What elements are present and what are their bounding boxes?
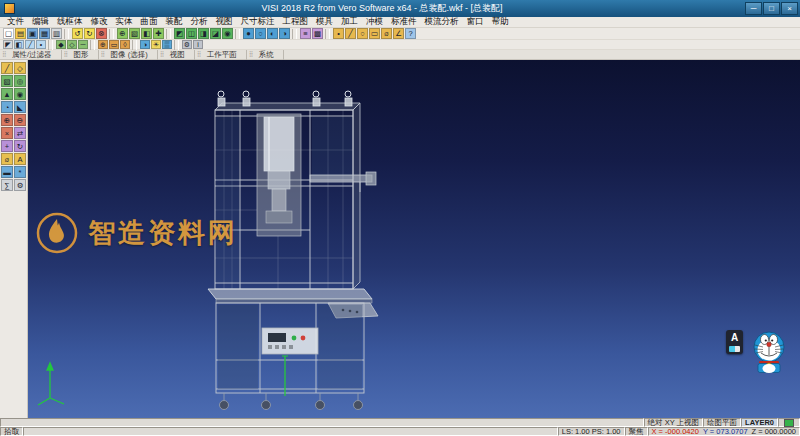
view-mode-cell[interactable]: 绝对 XY 上视图 [644,418,704,427]
wcs-origin-icon[interactable]: ⊕ [98,40,108,49]
render-mode-icon[interactable]: ◑ [140,40,150,49]
layer-manager-icon[interactable]: ≡ [300,28,311,39]
pan-icon[interactable]: ✚ [153,28,164,39]
command-prompt-field[interactable] [0,418,644,427]
section-view-icon[interactable]: ▬ [1,166,13,178]
trim-icon[interactable]: × [1,127,13,139]
menu-item-16[interactable]: 窗口 [463,16,488,28]
background-color-icon[interactable]: ▒ [162,40,172,49]
analysis-icon[interactable]: ∑ [1,179,13,191]
solid-box-icon[interactable]: ▧ [1,75,13,87]
snap-cell[interactable]: 聚焦 [625,427,648,436]
help-icon[interactable]: ? [405,28,416,39]
print-icon[interactable]: ▥ [51,28,62,39]
menu-item-9[interactable]: 尺寸标注 [237,16,279,28]
menu-item-1[interactable]: 编辑 [28,16,53,28]
menu-item-3[interactable]: 修改 [87,16,112,28]
line-icon[interactable]: ╱ [345,28,356,39]
view-front-icon[interactable]: ◨ [198,28,209,39]
toolbar-group-label-2: 图像 (选择) [99,50,158,60]
point-icon[interactable]: • [333,28,344,39]
menu-item-15[interactable]: 模流分析 [421,16,463,28]
toolbar-separator [90,40,95,50]
menu-item-5[interactable]: 曲面 [137,16,162,28]
circle-icon[interactable]: ○ [357,28,368,39]
view-top-icon[interactable]: ◫ [186,28,197,39]
workplane-dynamic-icon[interactable]: ◊ [120,40,130,49]
measure-distance-icon[interactable]: ⌀ [381,28,392,39]
options-icon[interactable]: ⚙ [14,179,26,191]
toolbar-group-label-1: 图形 [62,50,99,60]
measure-angle-icon[interactable]: ∠ [393,28,404,39]
system-settings-icon[interactable]: ⚙ [182,40,192,49]
solid-cylinder-icon[interactable]: ◎ [14,75,26,87]
wireframe-mode-icon[interactable]: ○ [255,28,266,39]
extrude-icon[interactable]: ▲ [1,88,13,100]
status-bar-top: 绝对 XY 上视图 绘图平面 LAYER0 [0,418,800,427]
rotate-icon[interactable]: ↻ [14,140,26,152]
select-face-icon[interactable]: ◧ [14,40,24,49]
menu-item-0[interactable]: 文件 [3,16,28,28]
dynamic-rotate-icon[interactable]: ◉ [222,28,233,39]
mirror-icon[interactable]: ⇄ [14,127,26,139]
menu-item-13[interactable]: 冲模 [362,16,387,28]
viewport-3d[interactable]: 智造资料网 A [28,60,800,418]
minimize-button[interactable]: ─ [745,2,762,15]
shaded-mode-icon[interactable]: ● [243,28,254,39]
light-settings-icon[interactable]: ☀ [151,40,161,49]
menu-item-2[interactable]: 线框体 [53,16,87,28]
surface-create-icon[interactable]: ◇ [14,62,26,74]
menu-item-11[interactable]: 模具 [312,16,337,28]
erase-icon[interactable]: ⊗ [96,28,107,39]
close-button[interactable]: × [781,2,798,15]
menu-item-14[interactable]: 标准件 [387,16,421,28]
zoom-window-icon[interactable]: ▧ [129,28,140,39]
zoom-previous-icon[interactable]: ◧ [141,28,152,39]
open-file-icon[interactable]: ▤ [15,28,26,39]
maximize-button[interactable]: □ [763,2,780,15]
profile-sketch-icon[interactable]: ╱ [1,62,13,74]
hidden-line-mode-icon[interactable]: ◐ [267,28,278,39]
select-edge-icon[interactable]: ╱ [25,40,35,49]
rectangle-icon[interactable]: ▭ [369,28,380,39]
attributes-icon[interactable]: ▩ [312,28,323,39]
menu-item-12[interactable]: 加工 [337,16,362,28]
dimension-icon[interactable]: ⌀ [1,153,13,165]
view-iso-icon[interactable]: ◩ [174,28,185,39]
explode-view-icon[interactable]: * [14,166,26,178]
coordinate-x: X = -000.0420 [652,428,699,436]
transparency-mode-icon[interactable]: ◑ [279,28,290,39]
active-layer-cell[interactable]: LAYER0 [741,418,778,427]
chamfer-icon[interactable]: ◣ [14,101,26,113]
new-file-icon[interactable]: ▢ [3,28,14,39]
mask-wireframe-icon[interactable]: ─ [78,40,88,49]
menu-item-7[interactable]: 分析 [187,16,212,28]
save-all-icon[interactable]: ▦ [39,28,50,39]
menu-item-17[interactable]: 帮助 [488,16,513,28]
menu-item-4[interactable]: 实体 [112,16,137,28]
view-right-icon[interactable]: ◪ [210,28,221,39]
redo-icon[interactable]: ↻ [84,28,95,39]
text-annotation-icon[interactable]: A [14,153,26,165]
layer-color-cell[interactable] [778,418,800,427]
menu-item-8[interactable]: 视图 [212,16,237,28]
assistant-widget[interactable]: A [726,330,743,354]
mask-solids-icon[interactable]: ◆ [56,40,66,49]
boolean-subtract-icon[interactable]: ⊖ [14,114,26,126]
undo-icon[interactable]: ↺ [72,28,83,39]
select-vertex-icon[interactable]: • [36,40,46,49]
fillet-icon[interactable]: ◔ [1,101,13,113]
boolean-union-icon[interactable]: ⊕ [1,114,13,126]
workplane-cell[interactable]: 绘图平面 [703,418,741,427]
zoom-all-icon[interactable]: ⊕ [117,28,128,39]
menu-item-6[interactable]: 装配 [162,16,187,28]
select-filter-icon[interactable]: ◤ [3,40,13,49]
doraemon-sticker-icon [746,330,792,374]
menu-item-10[interactable]: 工程图 [279,16,313,28]
move-icon[interactable]: + [1,140,13,152]
revolve-icon[interactable]: ◉ [14,88,26,100]
workplane-xy-icon[interactable]: ▭ [109,40,119,49]
system-info-icon[interactable]: i [193,40,203,49]
mask-surfaces-icon[interactable]: ◇ [67,40,77,49]
save-icon[interactable]: ▣ [27,28,38,39]
